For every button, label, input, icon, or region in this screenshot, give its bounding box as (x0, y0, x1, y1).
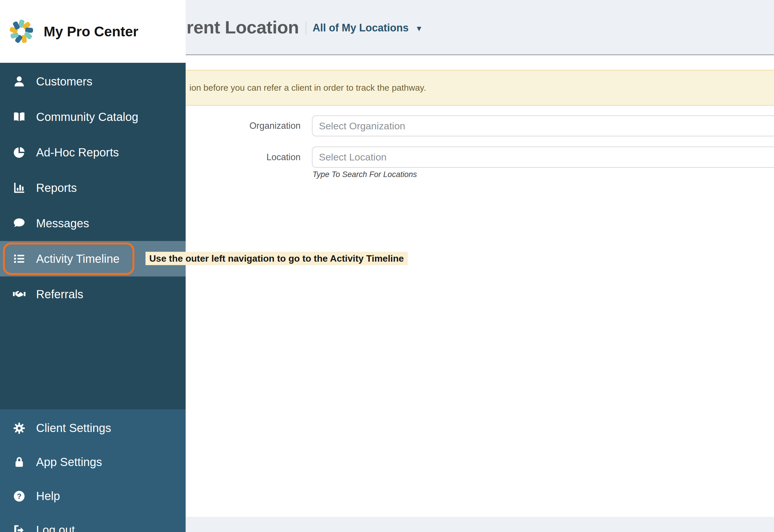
svg-text:?: ? (17, 492, 22, 500)
main-content: rent Location All of My Locations ▼ ion … (185, 0, 774, 532)
organization-label: Organization (185, 121, 301, 131)
chevron-down-icon: ▼ (415, 25, 423, 32)
sidebar-item-messages[interactable]: Messages (0, 206, 185, 241)
location-filter-dropdown[interactable]: All of My Locations ▼ (313, 22, 423, 34)
user-icon (12, 74, 27, 89)
alert-banner: ion before you can refer a client in ord… (185, 70, 774, 106)
sidebar-item-label: Customers (36, 75, 92, 88)
sidebar-item-label: Client Settings (36, 422, 111, 435)
page-header: rent Location All of My Locations ▼ (185, 0, 774, 55)
open-book-icon (12, 109, 27, 124)
logout-icon (12, 523, 27, 532)
question-icon: ? (12, 489, 27, 504)
sidebar-item-help[interactable]: ? Help (0, 479, 185, 513)
alert-banner-text: ion before you can refer a client in ord… (189, 83, 426, 93)
sidebar-item-referrals[interactable]: Referrals (0, 276, 185, 312)
location-filter-label: All of My Locations (313, 22, 409, 34)
organization-row: Organization (185, 115, 774, 136)
annotation-text: Use the outer left navigation to go to t… (149, 253, 404, 264)
brand-name: My Pro Center (44, 24, 138, 40)
lock-icon (12, 455, 27, 470)
page-title: rent Location (186, 17, 299, 38)
sidebar-item-label: Referrals (36, 288, 83, 301)
sidebar-item-label: Activity Timeline (36, 252, 119, 265)
sidebar-item-label: Reports (36, 181, 77, 194)
location-row: Location (185, 147, 774, 168)
sidebar-item-label: Ad-Hoc Reports (36, 146, 119, 159)
location-select-input[interactable] (312, 147, 774, 168)
sidebar: My Pro Center Customers Community Catalo… (0, 0, 185, 532)
bar-chart-icon (12, 180, 27, 195)
secondary-nav: Client Settings App Settings ? Help Log … (0, 409, 185, 532)
footer-band (185, 517, 774, 532)
gear-icon (12, 421, 27, 436)
sidebar-item-label: Messages (36, 217, 89, 230)
screen: rent Location All of My Locations ▼ ion … (0, 0, 774, 532)
pie-chart-icon (12, 145, 27, 160)
sidebar-item-client-settings[interactable]: Client Settings (0, 411, 185, 445)
sidebar-item-reports[interactable]: Reports (0, 170, 185, 206)
location-label: Location (185, 152, 301, 163)
primary-nav: Customers Community Catalog Ad-Hoc Repor… (0, 63, 185, 409)
sidebar-item-app-settings[interactable]: App Settings (0, 445, 185, 479)
handshake-icon (12, 287, 27, 302)
sidebar-item-label: Community Catalog (36, 110, 138, 124)
brand[interactable]: My Pro Center (0, 0, 185, 63)
brand-logo-icon (10, 20, 33, 43)
sidebar-item-label: Log out (36, 524, 75, 532)
organization-select-input[interactable] (312, 115, 774, 136)
sidebar-item-label: Help (36, 490, 60, 503)
sidebar-item-community-catalog[interactable]: Community Catalog (0, 99, 185, 135)
annotation-callout: Use the outer left navigation to go to t… (145, 252, 408, 265)
sidebar-item-log-out[interactable]: Log out (0, 513, 185, 532)
location-helper-text: Type To Search For Locations (313, 170, 417, 179)
comment-icon (12, 216, 27, 231)
title-divider (306, 22, 306, 35)
sidebar-item-label: App Settings (36, 456, 102, 469)
sidebar-item-customers[interactable]: Customers (0, 64, 185, 99)
list-icon (12, 251, 27, 266)
sidebar-item-ad-hoc-reports[interactable]: Ad-Hoc Reports (0, 135, 185, 170)
